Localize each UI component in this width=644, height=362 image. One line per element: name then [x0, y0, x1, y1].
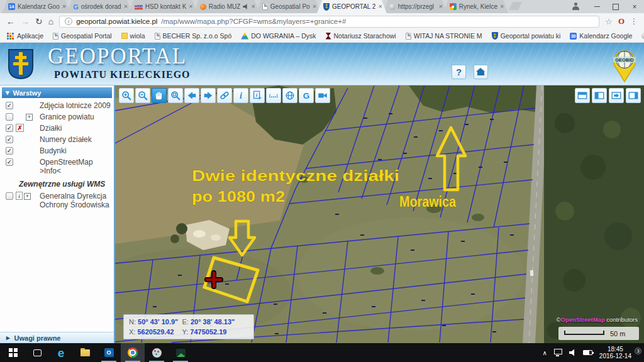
taskbar-edge-button[interactable]: e: [49, 343, 73, 362]
bookmark-item[interactable]: Aplikacje: [6, 32, 43, 40]
info-tool-button[interactable]: i: [233, 88, 248, 103]
taskbar-chrome-button[interactable]: [121, 343, 145, 362]
layer-checkbox[interactable]: ✓: [6, 124, 13, 132]
bookmark-star-icon[interactable]: ☆: [605, 17, 613, 26]
geobid-logo-text: GEOBID: [615, 57, 634, 63]
map-viewport[interactable]: Dwie identyczne działki po 1080 m2 Moraw…: [115, 85, 644, 343]
layer-checkbox[interactable]: ✓: [6, 147, 13, 155]
expand-icon[interactable]: +: [24, 193, 31, 200]
tray-chevron-icon[interactable]: ∧: [543, 349, 547, 356]
extension-icon[interactable]: O: [618, 16, 625, 26]
tab-close-icon[interactable]: ×: [378, 3, 382, 10]
taskbar-paint-button[interactable]: [145, 343, 169, 362]
network-icon[interactable]: [554, 349, 562, 354]
bookmark-item[interactable]: WITAJ NA STRONIE M: [406, 32, 482, 40]
taskbar-clock[interactable]: 18:45 2016-12-14: [599, 346, 631, 359]
browser-tab[interactable]: HSDHSD kontakt K×: [128, 0, 197, 13]
tab-close-icon[interactable]: ×: [62, 3, 66, 10]
browser-menu-icon[interactable]: ⋮: [630, 17, 638, 26]
taskbar-start-button[interactable]: [1, 343, 25, 362]
tab-close-icon[interactable]: ×: [251, 3, 255, 10]
forward-icon[interactable]: →: [21, 17, 30, 26]
tab-title: https://przegl: [398, 3, 436, 10]
tab-close-icon[interactable]: ×: [500, 3, 504, 10]
measure-tool-button[interactable]: [266, 88, 281, 103]
identify-tool-button[interactable]: i: [250, 88, 265, 103]
browser-tab-active[interactable]: ‡GEOPORTAL 2×: [317, 0, 387, 13]
camera-tool-button[interactable]: [315, 88, 330, 103]
window-maximize-button[interactable]: [606, 0, 625, 13]
google-tool-button[interactable]: G: [299, 88, 314, 103]
pan-tool-button[interactable]: [152, 88, 167, 103]
layers-panel-header[interactable]: ▾ Warstwy: [2, 87, 112, 98]
layer-row: ✓Budynki: [0, 145, 114, 156]
tab-close-icon[interactable]: ×: [438, 3, 442, 10]
back-tool-button[interactable]: [184, 88, 199, 103]
coord-x-label: X:: [129, 328, 135, 336]
browser-tab[interactable]: 14Kalendarz Goo×: [2, 0, 70, 13]
svg-text:i: i: [256, 92, 258, 98]
legal-notes-toggle[interactable]: ▸ Uwagi prawne: [0, 332, 114, 343]
layer-checkbox[interactable]: ✓: [6, 136, 13, 143]
taskbar-explorer-button[interactable]: [73, 343, 97, 362]
volume-icon[interactable]: [569, 349, 576, 356]
layer-checkbox[interactable]: [6, 113, 13, 121]
taskbar-outlook-button[interactable]: O: [97, 343, 121, 362]
window-minimize-button[interactable]: [587, 0, 606, 13]
expand-icon[interactable]: +: [26, 114, 33, 121]
zoom-select-tool-button[interactable]: [168, 88, 183, 103]
coord-x-value: 5620529.42: [137, 328, 174, 336]
bookmark-item[interactable]: DO WGRANIA – Dysk: [241, 32, 316, 40]
bookmark-item[interactable]: Geospatial Portal: [53, 32, 112, 40]
browser-tab[interactable]: https://przegl×: [383, 0, 447, 13]
map-home-button[interactable]: [474, 65, 488, 79]
window-close-button[interactable]: ×: [625, 0, 644, 13]
layer-row: ✓✗Działki: [0, 123, 114, 134]
bookmark-item[interactable]: wiola: [121, 32, 145, 40]
browser-tab[interactable]: Gośrodek dorad×: [67, 0, 132, 13]
bookmark-item[interactable]: EUKW - Prezentacja k: [641, 32, 644, 40]
coordinates-box: N: 50° 43' 10.9" E: 20° 38' 48.13" X: 56…: [123, 314, 254, 339]
layer-checkbox[interactable]: [6, 192, 13, 200]
bookmark-item[interactable]: Notariusz Starachowi: [326, 32, 396, 40]
back-icon[interactable]: ←: [6, 17, 15, 26]
bookmark-item[interactable]: BECHER Sp. z.o.o Spó: [155, 32, 232, 40]
battery-icon[interactable]: [583, 350, 592, 355]
layer-info-icon[interactable]: i: [16, 192, 23, 200]
browser-tab[interactable]: Radio MUZ×: [194, 0, 260, 13]
layer-list: ✓Zdjęcia lotnicze 2009+Granice powiatu✓✗…: [0, 100, 114, 177]
tab-close-icon[interactable]: ×: [313, 3, 316, 10]
tab-close-icon[interactable]: ×: [189, 3, 192, 10]
browser-tab[interactable]: Rynek, Kielce×: [443, 0, 509, 13]
bookmark-item[interactable]: 30Kalendarz Google: [570, 32, 632, 40]
browser-tab[interactable]: Geospatial Po×: [256, 0, 321, 13]
layer-checkbox[interactable]: ✓: [6, 158, 13, 166]
file-explorer-icon: [80, 349, 90, 356]
url-input[interactable]: i geoportal.powiat.kielce.pl/map/www/map…: [59, 16, 599, 28]
layout-top-button[interactable]: [575, 88, 590, 103]
profile-icon[interactable]: [572, 3, 580, 11]
layout-right-button[interactable]: [626, 88, 641, 103]
zoom-out-tool-button[interactable]: [135, 88, 150, 103]
page-title: Geoportal: [48, 44, 187, 69]
home-icon[interactable]: ⌂: [48, 17, 53, 26]
site-info-icon[interactable]: i: [65, 18, 72, 25]
globe-tool-button[interactable]: [282, 88, 297, 103]
zoom-in-tool-button[interactable]: [119, 88, 134, 103]
layout-left-button[interactable]: [592, 88, 607, 103]
reload-icon[interactable]: ↻: [35, 17, 43, 26]
layer-checkbox[interactable]: ✓: [6, 102, 13, 109]
attribution-link[interactable]: OpenStreetMap: [561, 316, 605, 323]
tab-close-icon[interactable]: ×: [124, 3, 128, 10]
layer-legend-icon[interactable]: ✗: [16, 124, 24, 132]
forward-tool-button[interactable]: [201, 88, 216, 103]
bookmark-item[interactable]: ‡Geoportal powiatu ki: [492, 32, 561, 40]
layout-arrow-button[interactable]: [609, 88, 624, 103]
taskbar-task-view-button[interactable]: [25, 343, 49, 362]
tab-title: ośrodek dorad: [81, 3, 121, 10]
help-button[interactable]: ?: [452, 65, 466, 79]
bookmarks-bar: AplikacjeGeospatial PortalwiolaBECHER Sp…: [0, 30, 644, 43]
attribution-suffix: contributors: [605, 316, 638, 323]
link-tool-button[interactable]: [217, 88, 232, 103]
taskbar-photos-button[interactable]: [169, 343, 192, 362]
